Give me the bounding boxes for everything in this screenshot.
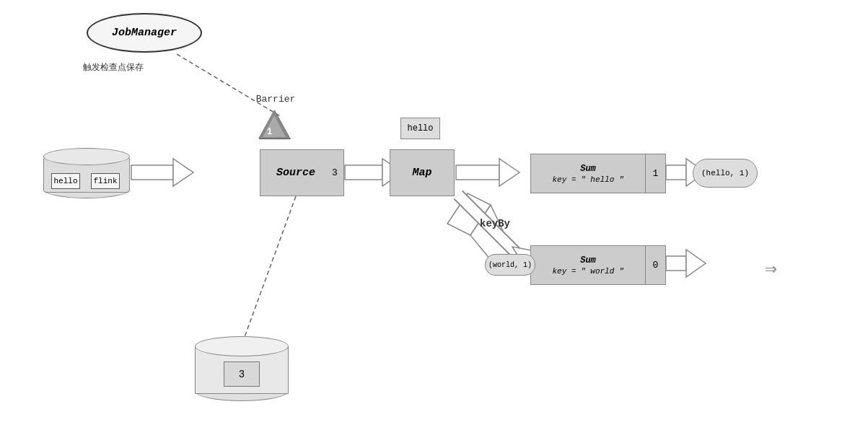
svg-marker-7 [499,159,520,186]
sum-bottom-title: Sum [580,255,596,266]
map-box: Map [390,149,455,196]
sum-top-number: 1 [646,154,666,193]
hello-floating-box: hello [400,118,440,139]
svg-rect-13 [666,165,686,180]
barrier-number: 1 [267,127,272,137]
storage-number: 3 [224,361,260,387]
svg-marker-16 [686,250,706,277]
svg-rect-6 [456,165,499,180]
barrier-triangle [258,110,290,139]
storage-cylinder: 3 [195,336,289,401]
world-box: (world, 1) [485,254,535,276]
jobmanager-label: JobManager [112,27,177,39]
svg-rect-2 [131,165,173,180]
sum-bottom-number: 0 [646,245,666,285]
source-number: 3 [326,149,344,196]
output-top-box: (hello, 1) [693,159,758,188]
source-box: Source [260,149,332,196]
svg-rect-15 [666,256,686,271]
sum-bottom-expr: key = " world " [552,267,623,276]
sum-box-bottom: Sum key = " world " [530,245,646,285]
sum-box-top: Sum key = " hello " [530,154,646,193]
cylinder-hello-label: hello [51,173,80,189]
svg-rect-4 [345,165,382,180]
svg-line-1 [242,196,296,345]
diagram: JobManager 触发检查点保存 Barrier 1 hello flink… [0,0,868,430]
jobmanager-node: JobManager [87,13,202,53]
sum-top-title: Sum [580,164,596,174]
output-bottom-arrow: ⇒ [765,256,777,281]
svg-line-0 [177,54,281,117]
trigger-text: 触发检查点保存 [83,61,144,74]
input-cylinder: hello flink [43,148,130,198]
keyby-label: keyBy [480,218,510,229]
svg-marker-3 [173,159,193,186]
cylinder-flink-label: flink [91,173,120,189]
barrier-label-text: Barrier [254,94,297,105]
sum-top-expr: key = " hello " [552,175,623,184]
